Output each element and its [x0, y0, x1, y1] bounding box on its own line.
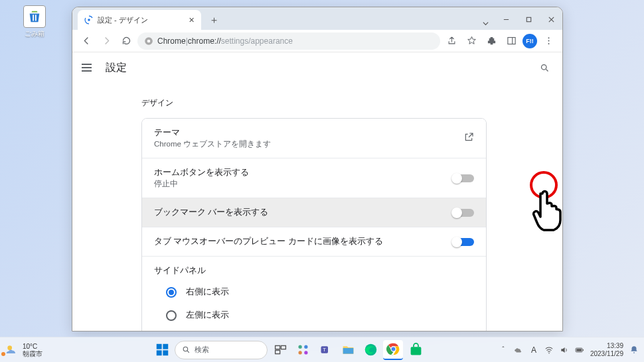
toolbar: Chrome | chrome:// settings/appearance F… [72, 30, 562, 52]
svg-point-4 [147, 39, 151, 42]
theme-title: テーマ [154, 127, 463, 139]
svg-point-9 [548, 43, 549, 44]
radio-left-label: 左側に表示 [186, 310, 229, 321]
svg-point-7 [548, 37, 549, 38]
recycle-bin[interactable]: ごみ箱 [20, 5, 49, 38]
weather-widget[interactable]: 10°C 朝霞市 [0, 343, 80, 357]
radio-left[interactable]: 左側に表示 [154, 304, 474, 327]
close-button[interactable] [540, 11, 562, 27]
share-button[interactable] [443, 32, 460, 50]
task-view-button[interactable] [270, 340, 290, 360]
bookmark-button[interactable] [463, 32, 480, 50]
side-panel-title: サイドパネル [154, 265, 474, 276]
back-button[interactable] [78, 32, 95, 50]
notification-dot-icon [1, 352, 5, 356]
theme-sub: Chrome ウェブストアを開きます [154, 139, 463, 149]
svg-rect-2 [526, 17, 530, 21]
recycle-bin-label: ごみ箱 [20, 29, 49, 38]
address-bar[interactable]: Chrome | chrome:// settings/appearance [137, 32, 440, 50]
titlebar: 設定 - デザイン ✕ ＋ [72, 7, 562, 30]
settings-header: 設定 [72, 52, 562, 83]
svg-point-12 [7, 345, 12, 350]
svg-point-8 [548, 40, 549, 42]
explorer-icon[interactable] [338, 340, 358, 360]
search-button[interactable] [536, 59, 553, 76]
svg-rect-21 [276, 350, 280, 353]
wifi-icon[interactable] [544, 345, 554, 355]
svg-point-17 [184, 347, 189, 351]
svg-rect-19 [276, 345, 280, 349]
extensions-button[interactable] [483, 32, 500, 50]
svg-rect-33 [411, 347, 422, 355]
svg-rect-37 [576, 349, 582, 351]
svg-point-34 [548, 352, 550, 353]
svg-rect-5 [507, 38, 515, 44]
start-button[interactable] [152, 340, 172, 360]
svg-line-18 [188, 351, 190, 353]
maximize-button[interactable] [517, 11, 540, 27]
edge-icon[interactable] [361, 340, 380, 360]
new-tab-button[interactable]: ＋ [205, 11, 222, 29]
weather-temp: 10°C [23, 343, 42, 350]
side-panel-radio-group: 右側に表示 左側に表示 [142, 279, 486, 331]
system-tray: ˆ A 13:39 2023/11/29 [499, 342, 644, 357]
tray-chevron-icon[interactable]: ˆ [499, 345, 508, 355]
tab-favicon-icon [84, 15, 94, 25]
svg-text:T: T [323, 347, 326, 353]
tab-close-icon[interactable]: ✕ [189, 16, 195, 25]
url-host: Chrome [157, 36, 186, 46]
chrome-icon [144, 36, 153, 46]
side-panel-button[interactable] [503, 32, 520, 50]
onedrive-icon[interactable] [514, 345, 523, 355]
ime-indicator[interactable]: A [529, 345, 538, 355]
svg-rect-13 [157, 344, 162, 349]
forward-button[interactable] [98, 32, 115, 50]
profile-badge[interactable]: F!! [523, 34, 537, 48]
volume-icon[interactable] [560, 345, 569, 355]
recycle-bin-icon [23, 5, 46, 28]
reload-button[interactable] [118, 32, 135, 50]
notification-icon[interactable] [629, 345, 639, 355]
svg-point-24 [298, 351, 301, 354]
window-dropdown-icon[interactable] [476, 20, 495, 27]
settings-title: 設定 [106, 61, 127, 75]
menu-button[interactable] [540, 32, 557, 50]
svg-rect-20 [281, 345, 285, 349]
radio-left-input[interactable] [166, 310, 177, 321]
row-theme[interactable]: テーマ Chrome ウェブストアを開きます [142, 119, 486, 158]
taskbar: 10°C 朝霞市 検索 T ˆ A 13:39 2023/11/29 [0, 337, 644, 362]
row-tab-hover: タブ マウスオーバーのプレビュー カードに画像を表示する [142, 227, 486, 256]
home-button-title: ホームボタンを表示する [154, 167, 453, 178]
bookmark-bar-toggle[interactable] [453, 209, 474, 217]
window-controls [495, 11, 562, 27]
clock[interactable]: 13:39 2023/11/29 [590, 342, 623, 357]
widgets-button[interactable] [293, 340, 313, 360]
tab-hover-toggle[interactable] [453, 238, 474, 246]
browser-tab[interactable]: 設定 - デザイン ✕ [78, 10, 201, 30]
row-home-button: ホームボタンを表示する 停止中 [142, 158, 486, 198]
svg-line-11 [546, 69, 548, 71]
settings-content[interactable]: デザイン テーマ Chrome ウェブストアを開きます ホームボタンを表示する … [72, 83, 562, 331]
radio-right-input[interactable] [166, 287, 177, 298]
bookmark-bar-title: ブックマーク バーを表示する [154, 207, 453, 218]
svg-rect-14 [163, 344, 168, 349]
taskbar-search[interactable]: 検索 [175, 341, 268, 359]
url-path: settings/appearance [221, 36, 293, 46]
battery-icon[interactable] [575, 345, 584, 355]
home-button-toggle[interactable] [453, 174, 474, 182]
store-icon[interactable] [406, 340, 426, 360]
clock-time: 13:39 [590, 342, 623, 350]
svg-point-25 [304, 351, 307, 354]
minimize-button[interactable] [495, 11, 517, 27]
open-external-icon [463, 132, 474, 145]
home-button-sub: 停止中 [154, 179, 453, 189]
radio-right[interactable]: 右側に表示 [154, 280, 474, 304]
svg-rect-28 [343, 348, 354, 354]
chrome-taskbar-icon[interactable] [383, 340, 403, 360]
svg-point-23 [304, 345, 307, 349]
menu-icon[interactable] [82, 60, 96, 75]
tab-hover-title: タブ マウスオーバーのプレビュー カードに画像を表示する [154, 236, 453, 247]
teams-icon[interactable]: T [315, 340, 335, 360]
radio-right-label: 右側に表示 [186, 286, 229, 298]
url-scheme: chrome:// [188, 36, 221, 46]
